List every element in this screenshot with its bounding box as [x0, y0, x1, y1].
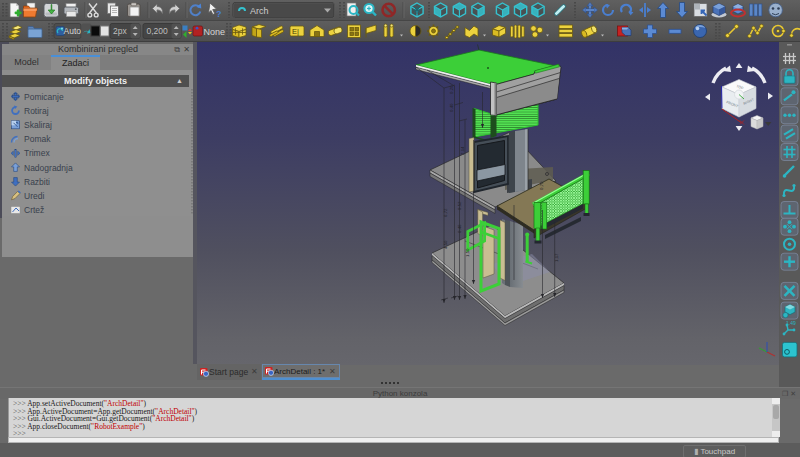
svg-text:Pomak: Pomak — [24, 134, 51, 144]
svg-text:Rotiraj: Rotiraj — [24, 106, 49, 116]
svg-text:6,72: 6,72 — [443, 208, 448, 217]
svg-text:0,46: 0,46 — [457, 224, 462, 233]
svg-text:0,70: 0,70 — [539, 181, 544, 190]
svg-text:Crtež: Crtež — [24, 205, 44, 215]
svg-text:1,50: 1,50 — [465, 248, 470, 257]
svg-text:0,40: 0,40 — [449, 103, 454, 112]
svg-text:E|: E| — [292, 27, 299, 36]
svg-text:1.49: 1.49 — [786, 320, 796, 326]
svg-text:1,17: 1,17 — [554, 253, 559, 262]
svg-text:Arch: Arch — [250, 6, 269, 16]
svg-text:4,50: 4,50 — [443, 240, 448, 249]
svg-text:Trimex: Trimex — [24, 148, 50, 158]
svg-text:Auto: Auto — [64, 26, 82, 36]
svg-text:Skaliraj: Skaliraj — [24, 120, 52, 130]
svg-text:Nadogradnja: Nadogradnja — [24, 163, 73, 173]
svg-text:9,52: 9,52 — [457, 201, 462, 210]
svg-text:2,14: 2,14 — [460, 146, 465, 155]
svg-text:2px: 2px — [113, 26, 127, 36]
svg-text:?: ? — [216, 9, 222, 19]
svg-text:0,20: 0,20 — [449, 85, 454, 94]
svg-text:Uredi: Uredi — [24, 191, 44, 201]
svg-text:Pomicanje: Pomicanje — [24, 92, 64, 102]
svg-text:Razbiti: Razbiti — [24, 177, 50, 187]
svg-text:None: None — [204, 27, 226, 37]
svg-text:0,200: 0,200 — [147, 26, 169, 36]
